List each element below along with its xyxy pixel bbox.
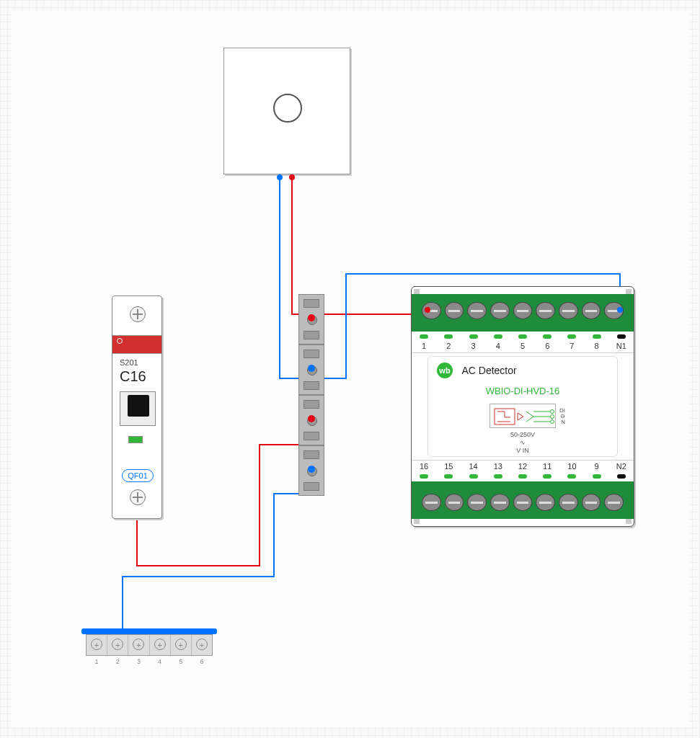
ac-symbol: ∿ [520, 439, 526, 446]
din-terminal-column [298, 294, 324, 496]
busbar-terminal[interactable]: + [192, 635, 212, 655]
terminal-label: 14 [461, 461, 485, 481]
terminal-label: 16 [412, 461, 436, 481]
din-terminal-4 [298, 445, 324, 496]
push-button-switch [223, 48, 350, 174]
terminal-labels-top: 1 2 3 4 5 6 7 8 N1 [412, 332, 634, 353]
terminal-labels-bottom: 16 15 14 13 12 11 10 9 N2 [412, 460, 634, 481]
din-slot [304, 350, 319, 358]
terminal-screw[interactable] [422, 302, 441, 319]
breaker-series-label: S201 [120, 358, 138, 367]
terminal-screw[interactable] [513, 494, 533, 511]
breaker-screw-top [130, 306, 146, 322]
busbar-terminal[interactable]: + [128, 635, 149, 655]
breaker-tag: QF01 [122, 469, 154, 482]
terminal-screw[interactable] [559, 494, 578, 511]
terminal-label: 3 [461, 332, 485, 352]
busbar-cap [81, 628, 217, 634]
svg-point-12 [551, 420, 554, 424]
breaker-screw-bottom [130, 489, 146, 505]
terminal-screw[interactable] [559, 302, 578, 319]
wbio-module: 1 2 3 4 5 6 7 8 N1 wb AC Detector WBIO-D… [411, 286, 634, 527]
terminal-label: 2 [436, 332, 461, 352]
module-model: WBIO-DI-HVD-16 [437, 386, 608, 396]
terminal-screw[interactable] [513, 302, 533, 319]
din-terminal-1 [298, 294, 324, 344]
breaker-brand-band [112, 335, 161, 354]
din-slot [304, 381, 319, 390]
terminal-screw[interactable] [536, 302, 555, 319]
busbar-terminal[interactable]: + [150, 635, 171, 655]
voltage-range-value: 50-250V [510, 431, 535, 438]
terminal-screw[interactable] [604, 494, 624, 511]
svg-point-10 [551, 410, 554, 414]
opto-label-n: N [561, 419, 565, 425]
neutral-bus-bar: + + + + + + [81, 628, 217, 660]
din-hole [307, 466, 317, 476]
terminal-screw[interactable] [490, 302, 510, 319]
terminal-screw[interactable] [604, 302, 624, 319]
busbar-terminal[interactable]: + [87, 635, 107, 655]
terminal-label: 1 [412, 332, 436, 352]
vin-label: V IN [516, 447, 529, 454]
terminal-label: 9 [585, 461, 609, 481]
terminal-screw[interactable] [445, 494, 464, 511]
terminal-screw[interactable] [467, 494, 487, 511]
terminal-screw[interactable] [422, 494, 441, 511]
terminal-label: 15 [436, 461, 461, 481]
optocoupler-schematic-icon: DI ⊖ N [489, 404, 556, 428]
din-hole [307, 416, 317, 426]
terminal-label: N1 [609, 332, 634, 352]
terminal-label: 8 [585, 332, 609, 352]
busbar-terminal[interactable]: + [171, 635, 192, 655]
terminal-label: 12 [510, 461, 535, 481]
push-button[interactable] [273, 94, 302, 123]
din-terminal-3 [298, 395, 324, 445]
terminal-label: 13 [486, 461, 510, 481]
voltage-range-label: 50-250V ∿ V IN [437, 431, 608, 454]
terminal-screw[interactable] [445, 302, 464, 319]
terminal-screw[interactable] [490, 494, 510, 511]
breaker-toggle[interactable] [128, 395, 149, 417]
terminal-label: 5 [510, 332, 535, 352]
terminal-row-bottom [422, 493, 624, 512]
terminal-row-top [422, 301, 624, 320]
din-slot [304, 331, 319, 339]
terminal-label: 6 [535, 332, 559, 352]
terminal-label: 11 [535, 461, 559, 481]
din-hole [307, 365, 317, 375]
terminal-screw[interactable] [582, 494, 601, 511]
breaker-rating-label: C16 [120, 368, 146, 385]
din-slot [304, 299, 319, 308]
din-slot [304, 450, 319, 459]
terminal-label: N2 [609, 461, 634, 481]
terminal-screw[interactable] [467, 302, 487, 319]
breaker-status-led [128, 436, 143, 443]
busbar-body: + + + + + + [86, 634, 213, 656]
terminal-label: 4 [486, 332, 510, 352]
wb-logo: wb [437, 363, 453, 378]
terminal-label: 7 [559, 332, 584, 352]
din-slot [304, 482, 319, 491]
din-slot [304, 400, 319, 409]
terminal-screw[interactable] [536, 494, 555, 511]
module-title: AC Detector [461, 365, 516, 376]
terminal-label: 10 [559, 461, 584, 481]
svg-point-11 [551, 415, 554, 419]
module-faceplate: wb AC Detector WBIO-DI-HVD-16 DI ⊖ N 50- [427, 356, 618, 457]
busbar-terminal[interactable]: + [107, 635, 128, 655]
din-slot [304, 432, 319, 440]
breaker-switch[interactable] [120, 391, 156, 426]
circuit-breaker: S201 C16 QF01 [112, 295, 162, 519]
din-hole [307, 315, 317, 325]
terminal-screw[interactable] [582, 302, 601, 319]
din-terminal-2 [298, 344, 324, 395]
